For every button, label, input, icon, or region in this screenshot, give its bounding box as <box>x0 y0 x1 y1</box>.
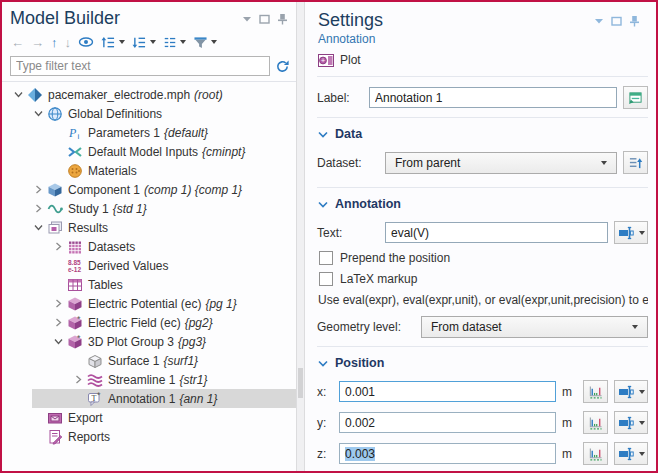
tree-item-derived-values[interactable]: 8.85e-12Derived Values <box>2 256 296 275</box>
study-icon <box>46 201 63 217</box>
annotation-text-input[interactable] <box>385 222 608 243</box>
plot3d-star-icon: * <box>66 315 83 331</box>
section-data-title: Data <box>335 127 362 141</box>
tree-closed-chevron-icon[interactable] <box>30 185 46 194</box>
range-button[interactable] <box>583 411 608 434</box>
forward-button[interactable]: → <box>28 32 47 52</box>
section-position-title: Position <box>335 356 384 370</box>
y-input[interactable]: 0.002 <box>339 412 556 433</box>
tree-open-chevron-icon[interactable] <box>50 337 66 346</box>
back-button[interactable]: ← <box>8 32 27 52</box>
section-data-header[interactable]: Data <box>318 127 648 141</box>
tree-item-annotation-1[interactable]: T*Annotation 1{ann 1} <box>2 389 296 408</box>
splitter-handle[interactable] <box>298 368 303 398</box>
tree-item-materials[interactable]: Materials <box>2 161 296 180</box>
label-input[interactable] <box>369 87 617 108</box>
y-expression-button[interactable] <box>614 411 648 434</box>
tree-item-parameters-1[interactable]: PiParameters 1{default} <box>2 123 296 142</box>
section-data: Data Dataset: From parent <box>317 117 648 187</box>
geometry-level-dropdown[interactable]: From dataset <box>421 316 648 338</box>
tree-item-electric-potential-ec[interactable]: Electric Potential (ec){pg 1} <box>2 294 296 313</box>
derived-icon: 8.85e-12 <box>66 258 83 274</box>
geometry-level-label: Geometry level: <box>317 320 415 334</box>
tree-item-streamline-1[interactable]: Streamline 1{str1} <box>2 370 296 389</box>
filter-button[interactable] <box>190 32 220 52</box>
model-builder-panel: Model Builder ←→↑↓ pacemaker_electrode.m… <box>2 2 296 471</box>
svg-text:*: * <box>97 391 101 400</box>
panel-menu-icon[interactable] <box>243 16 252 22</box>
section-position-header[interactable]: Position <box>318 356 648 370</box>
z-input[interactable]: 0.003 <box>339 443 556 464</box>
tree-item-surface-1[interactable]: Surface 1{surf1} <box>2 351 296 370</box>
model-builder-header: Model Builder <box>2 6 296 29</box>
component-icon <box>46 182 63 198</box>
z-expression-button[interactable] <box>614 442 648 465</box>
tree-closed-chevron-icon[interactable] <box>50 299 66 308</box>
plot3d-icon <box>66 296 83 312</box>
tree-item-tables[interactable]: Tables <box>2 275 296 294</box>
x-expression-button[interactable] <box>614 380 648 403</box>
checkbox-box[interactable] <box>319 251 333 265</box>
tree-item-datasets[interactable]: Datasets <box>2 237 296 256</box>
panel-splitter[interactable] <box>296 2 305 471</box>
streamline-icon <box>86 372 103 388</box>
insert-expression-button[interactable] <box>614 221 648 244</box>
plot-button[interactable]: + Plot <box>318 53 648 67</box>
tree-closed-chevron-icon[interactable] <box>50 318 66 327</box>
filter-input[interactable] <box>10 56 270 76</box>
move-up-button[interactable]: ↑ <box>48 32 61 52</box>
dataset-value: From parent <box>395 156 460 170</box>
show-button[interactable] <box>75 32 97 52</box>
tree-closed-chevron-icon[interactable] <box>50 242 66 251</box>
pin-icon[interactable] <box>629 15 640 27</box>
tree-closed-chevron-icon[interactable] <box>30 204 46 213</box>
tables-icon <box>66 277 83 293</box>
latex-markup-checkbox[interactable]: LaTeX markup <box>319 272 648 286</box>
tree-item-3d-plot-group-3[interactable]: *3D Plot Group 3{pg3} <box>2 332 296 351</box>
tree-item-results[interactable]: Results <box>2 218 296 237</box>
tree-open-chevron-icon[interactable] <box>30 223 46 232</box>
tree-open-chevron-icon[interactable] <box>30 109 46 118</box>
plot3d-star-icon: * <box>66 334 83 350</box>
panel-menu-icon[interactable] <box>595 18 604 24</box>
prepend-position-checkbox[interactable]: Prepend the position <box>319 251 648 265</box>
tree-item-pacemaker-electrode-mph[interactable]: pacemaker_electrode.mph(root) <box>2 85 296 104</box>
prepend-position-label: Prepend the position <box>340 251 450 265</box>
svg-text:8.85: 8.85 <box>68 259 81 266</box>
plot-button-label: Plot <box>340 53 361 67</box>
y-unit: m <box>562 416 577 430</box>
tree-item-default-model-inputs[interactable]: Default Model Inputs{cminpt} <box>2 142 296 161</box>
tree-item-reports[interactable]: Reports <box>2 427 296 446</box>
checkbox-box[interactable] <box>319 272 333 286</box>
position-row-y: y: 0.002 m <box>317 411 648 434</box>
refresh-icon[interactable] <box>275 59 290 74</box>
collapse-button[interactable] <box>98 32 128 52</box>
x-input[interactable]: 0.001 <box>339 381 556 402</box>
section-annotation-header[interactable]: Annotation <box>318 197 648 211</box>
go-to-source-button[interactable] <box>623 151 648 174</box>
globe-icon <box>46 106 63 122</box>
x-label: x: <box>317 385 333 399</box>
float-panel-icon[interactable] <box>259 14 270 24</box>
dataset-dropdown[interactable]: From parent <box>385 152 617 174</box>
z-label: z: <box>317 447 333 461</box>
range-button[interactable] <box>583 380 608 403</box>
tree-closed-chevron-icon[interactable] <box>70 375 86 384</box>
model-tree-node-text-button[interactable] <box>160 32 189 52</box>
tree-item-study-1[interactable]: Study 1{std 1} <box>2 199 296 218</box>
section-annotation-title: Annotation <box>335 197 401 211</box>
model-tree: pacemaker_electrode.mph(root)Global Defi… <box>2 81 296 471</box>
pin-icon[interactable] <box>277 13 288 25</box>
text-label: Text: <box>317 226 379 240</box>
tree-open-chevron-icon[interactable] <box>10 90 26 99</box>
tree-item-global-definitions[interactable]: Global Definitions <box>2 104 296 123</box>
tree-item-electric-field-ec[interactable]: *Electric Field (ec){pg2} <box>2 313 296 332</box>
tree-item-export[interactable]: Export <box>2 408 296 427</box>
move-down-button[interactable]: ↓ <box>62 32 75 52</box>
model-builder-title: Model Builder <box>10 8 120 29</box>
edit-label-button[interactable] <box>623 86 648 109</box>
tree-item-component-1[interactable]: Component 1(comp 1) {comp 1} <box>2 180 296 199</box>
expand-button[interactable] <box>129 32 159 52</box>
range-button[interactable] <box>583 442 608 465</box>
float-panel-icon[interactable] <box>611 16 622 26</box>
